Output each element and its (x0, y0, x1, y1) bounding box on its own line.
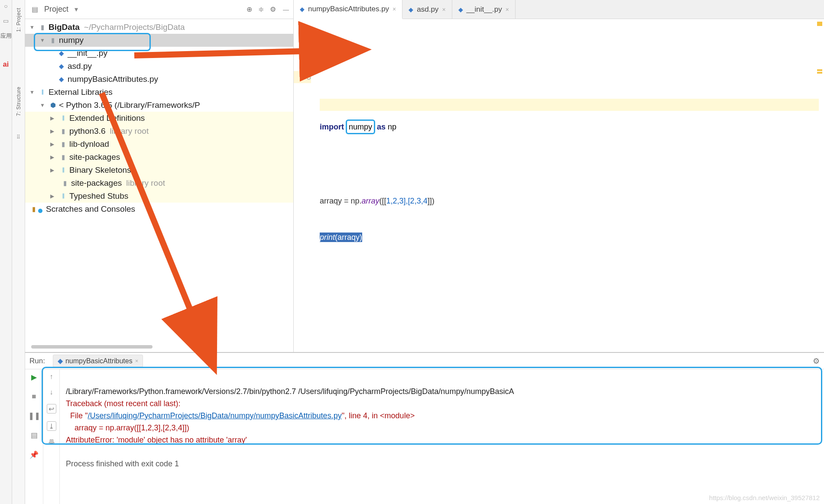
tab-numpy-attrs[interactable]: ◆ numpyBasicAttributes.py × (294, 0, 402, 19)
python-file-icon: ◆ (58, 357, 63, 365)
tree-ext-libs[interactable]: ▼𝄃 External Libraries (25, 86, 293, 99)
app-hint: 应用 (0, 32, 12, 40)
console-exit: Process finished with exit code 1 (66, 459, 179, 468)
tree-typeshed[interactable]: ▶𝄃 Typeshed Stubs (25, 190, 293, 203)
run-header: Run: ◆ numpyBasicAttributes × ⚙ (25, 353, 824, 369)
traceback-file-link[interactable]: /Users/lifuqing/PycharmProjects/BigData/… (88, 411, 341, 420)
run-tab[interactable]: ◆ numpyBasicAttributes × (53, 355, 143, 367)
warning-marker[interactable] (817, 72, 822, 74)
console-output[interactable]: /Library/Frameworks/Python.framework/Ver… (60, 369, 824, 504)
print-icon[interactable]: 🖶 (48, 439, 55, 446)
tree-file-asd[interactable]: ◆ asd.py (25, 60, 293, 73)
tree-root[interactable]: ▼▮ BigData ~/PycharmProjects/BigData (25, 21, 293, 34)
run-subtoolbar: ↑ ↓ ↩ ⤓ 🖶 (43, 369, 60, 504)
scroll-end-icon[interactable]: ⤓ (47, 421, 56, 431)
rail-dots-icon: ⠿ (16, 134, 20, 140)
run-toolbar: ▶ ■ ❚❚ ▤ 📌 (25, 369, 43, 504)
tree-ext-defs[interactable]: ▶𝄃 Extended Definitions (25, 112, 293, 125)
code-line-3 (320, 158, 819, 171)
collapse-icon[interactable]: ≑ (258, 5, 264, 13)
project-view-icon[interactable]: ▤ (29, 4, 40, 15)
horizontal-scrollbar[interactable] (31, 345, 152, 349)
python-file-icon: ◆ (409, 6, 413, 13)
chevron-down-icon[interactable]: ▾ (75, 5, 78, 13)
code-area[interactable]: importnumpyas np arraqy = np.array([[1,2… (315, 19, 824, 352)
editor-tabs: ◆ numpyBasicAttributes.py × ◆ asd.py × ◆… (294, 0, 824, 19)
tree-site-packages-2[interactable]: ▮ site-packages library root (25, 177, 293, 190)
tree-python36[interactable]: ▶▮ python3.6 library root (25, 125, 293, 138)
run-layout-icon[interactable]: ▤ (31, 431, 38, 440)
editor-body[interactable]: 1 2 3 4 5 importnumpyas np arraqy = np.a… (294, 19, 824, 352)
close-icon[interactable]: × (393, 6, 396, 13)
project-title: Project (44, 5, 68, 14)
line-gutter: 1 2 3 4 5 (294, 19, 315, 352)
tree-file-attrs[interactable]: ◆ numpyBasicAttributes.py (25, 73, 293, 86)
logo-icon: ai (3, 61, 9, 68)
console-traceback: Traceback (most recent call last): (66, 399, 180, 408)
code-line-5: print(arraqy) (320, 231, 819, 243)
code-line-2: importnumpyas np (320, 120, 819, 134)
warning-marker[interactable] (817, 22, 822, 26)
run-pause-icon[interactable]: ❚❚ (28, 411, 40, 420)
hide-panel-icon[interactable]: — (283, 6, 289, 13)
close-icon[interactable]: × (442, 6, 445, 13)
tab-init[interactable]: ◆ __init__.py × (452, 0, 516, 19)
rail-structure[interactable]: 7: Structure (16, 87, 22, 116)
circle-icon: ○ (4, 3, 7, 10)
folder-icon[interactable]: ▭ (3, 17, 9, 24)
run-stop-icon[interactable]: ■ (32, 392, 36, 401)
project-tree[interactable]: ▼▮ BigData ~/PycharmProjects/BigData ▼▮ … (25, 19, 293, 342)
gear-icon[interactable]: ⚙ (270, 5, 276, 13)
rail-project[interactable]: 1: Project (16, 8, 22, 32)
run-label: Run: (29, 357, 45, 365)
close-icon[interactable]: × (135, 358, 139, 364)
run-panel: Run: ◆ numpyBasicAttributes × ⚙ ▶ ■ ❚❚ ▤… (25, 352, 824, 504)
close-icon[interactable]: × (506, 6, 509, 13)
editor-area: ◆ numpyBasicAttributes.py × ◆ asd.py × ◆… (294, 0, 824, 352)
scroll-down-icon[interactable]: ↓ (50, 388, 53, 396)
python-file-icon: ◆ (300, 6, 305, 13)
console-attr-error: AttributeError: 'module' object has no a… (66, 436, 247, 444)
tree-numpy-folder[interactable]: ▼▮ numpy (25, 34, 293, 47)
tree-lib-dynload[interactable]: ▶▮ lib-dynload (25, 138, 293, 151)
project-panel: ▤ Project ▾ ⊕ ≑ ⚙ — ▼▮ BigData ~/Pycharm… (25, 0, 294, 352)
tree-site-packages[interactable]: ▶▮ site-packages (25, 151, 293, 164)
watermark: https://blog.csdn.net/weixin_39527812 (709, 494, 820, 501)
tree-scratches[interactable]: ▮ Scratches and Consoles (25, 203, 293, 216)
warning-marker[interactable] (817, 69, 822, 71)
tree-python-env[interactable]: ▼⬢ < Python 3.6.5 (/Library/Frameworks/P (25, 99, 293, 112)
run-pin-icon[interactable]: 📌 (29, 450, 39, 459)
tree-file-init[interactable]: ◆ __init__.py (25, 47, 293, 60)
code-line-1 (320, 83, 819, 95)
editor-markers (817, 22, 822, 74)
code-line-4: arraqy = np.array([[1,2,3],[2,3,4]]) (320, 195, 819, 207)
console-code-line: arraqy = np.array([[1,2,3],[2,3,4]]) (66, 423, 189, 432)
scroll-up-icon[interactable]: ↑ (50, 373, 53, 381)
console-file-line: File "/Users/lifuqing/PycharmProjects/Bi… (66, 411, 415, 420)
tree-binary-skeletons[interactable]: ▶𝄃 Binary Skeletons (25, 164, 293, 177)
locate-icon[interactable]: ⊕ (247, 5, 252, 13)
python-file-icon: ◆ (458, 6, 463, 13)
project-header: ▤ Project ▾ ⊕ ≑ ⚙ — (25, 0, 293, 19)
annotation-box-numpy: numpy (346, 120, 375, 134)
gear-icon[interactable]: ⚙ (813, 356, 820, 366)
soft-wrap-icon[interactable]: ↩ (47, 404, 56, 414)
current-line-highlight (320, 99, 819, 111)
tool-rail: 1: Project 7: Structure ⠿ (12, 0, 25, 504)
far-left-rail: ○ ▭ 应用 ai (0, 0, 12, 504)
console-line-cmd: /Library/Frameworks/Python.framework/Ver… (66, 387, 514, 396)
tab-asd[interactable]: ◆ asd.py × (402, 0, 452, 19)
run-play-icon[interactable]: ▶ (31, 373, 37, 382)
